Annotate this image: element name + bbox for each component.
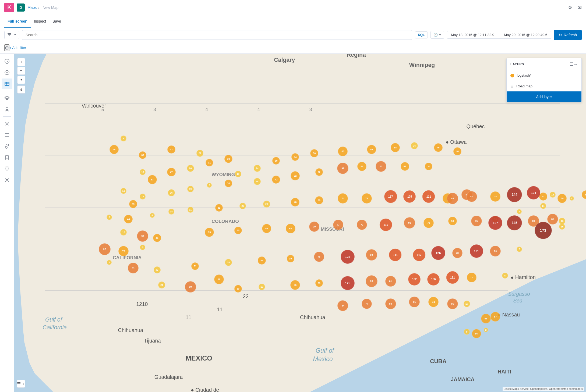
filter-icon (7, 33, 12, 37)
svg-rect-8 (5, 82, 9, 85)
tab-inspect[interactable]: Inspect (31, 15, 49, 28)
svg-text:11: 11 (186, 315, 191, 320)
app-logo: K (4, 3, 14, 12)
mail-icon[interactable]: ✉ (578, 5, 582, 10)
svg-point-7 (6, 72, 8, 73)
sidebar-item-heart[interactable] (2, 163, 12, 174)
add-layer-button[interactable]: Add layer (507, 91, 581, 102)
svg-line-5 (7, 61, 8, 62)
filter-bar: ⊖ + Add filter (0, 42, 586, 54)
main-layout: Calgary Regina Winnipeg WYOMING COLORADO… (0, 54, 586, 392)
clock-icon: 🕐 (433, 33, 438, 37)
map-area[interactable]: Calgary Regina Winnipeg WYOMING COLORADO… (14, 54, 586, 392)
road-map-grid-icon: ⊞ (510, 84, 514, 88)
tab-save[interactable]: Save (49, 15, 64, 28)
chevron-down-icon: ▼ (14, 33, 16, 36)
map-lasso-button[interactable]: ⊘ (17, 85, 25, 94)
svg-text:Regina: Regina (347, 54, 366, 58)
breadcrumb-current-page: New Map (43, 5, 58, 10)
sidebar-item-discover[interactable] (2, 67, 12, 78)
roadmap-layer-name: Road map (516, 84, 532, 88)
sidebar-item-settings2[interactable] (2, 175, 12, 186)
sidebar-divider-1 (3, 91, 11, 91)
top-nav-icons: ⚙ ✉ (568, 5, 582, 10)
svg-text:Chihuahua: Chihuahua (118, 327, 143, 333)
svg-text:CALIFORNIA: CALIFORNIA (113, 255, 142, 260)
refresh-label: Refresh (564, 33, 577, 37)
breadcrumb-maps-link[interactable]: Maps (27, 5, 37, 10)
svg-text:MEXICO: MEXICO (186, 354, 212, 362)
zoom-out-button[interactable]: − (17, 67, 25, 75)
svg-text:Sea: Sea (513, 298, 523, 304)
map-sidebar-icon (4, 81, 10, 87)
add-filter-button[interactable]: + Add filter (9, 46, 26, 50)
svg-point-9 (6, 108, 8, 110)
users-sidebar-icon (4, 107, 10, 112)
bookmark-sidebar-icon (4, 155, 10, 160)
time-range-selector[interactable]: May 18, 2015 @ 12:11:32.9 → May 20, 2015… (447, 31, 551, 39)
sidebar-divider-2 (3, 116, 11, 117)
svg-text:Guadalajara: Guadalajara (154, 374, 183, 380)
map-zoom-controls: + − (17, 58, 25, 75)
svg-text:Québec: Québec (466, 124, 485, 129)
svg-text:3: 3 (309, 107, 312, 112)
svg-point-10 (6, 123, 8, 124)
gear-sidebar-icon (4, 177, 10, 183)
sidebar-item-layers[interactable] (2, 93, 12, 104)
svg-text:Winnipeg: Winnipeg (409, 62, 435, 68)
svg-text:5: 5 (101, 107, 104, 112)
sidebar-item-users[interactable] (2, 104, 12, 115)
search-input[interactable] (22, 30, 412, 40)
svg-text:COLORADO: COLORADO (211, 219, 239, 224)
svg-text:3: 3 (153, 107, 156, 112)
svg-text:California: California (43, 324, 67, 331)
layers-menu-icon[interactable]: ☰→ (570, 62, 578, 67)
refresh-icon: ↻ (559, 33, 562, 37)
filter-toggle-button[interactable]: ⊖ (4, 44, 9, 51)
layer-item-roadmap[interactable]: ⊞ Road map (507, 81, 581, 91)
layers-header: LAYERS ☰→ (507, 58, 581, 70)
list-sidebar-icon (4, 132, 10, 138)
sidebar-item-link[interactable] (2, 141, 12, 152)
sidebar-item-map[interactable] (2, 79, 12, 89)
add-filter-label: + Add filter (9, 46, 26, 50)
sidebar-item-list[interactable] (2, 130, 12, 140)
sidebar-item-save2[interactable] (2, 152, 12, 163)
sidebar (0, 54, 14, 392)
sidebar-collapse-button[interactable]: ☰→ (17, 380, 25, 388)
settings-icon[interactable]: ⚙ (568, 5, 572, 10)
svg-rect-0 (8, 33, 11, 34)
sidebar-item-time[interactable] (2, 56, 12, 67)
time-to: May 20, 2015 @ 12:29:49.6 (504, 33, 547, 37)
map-orientation-button[interactable]: ✦ (17, 76, 25, 84)
svg-text:Mexico: Mexico (313, 355, 333, 362)
svg-text:Tijuana: Tijuana (144, 338, 161, 344)
time-from: May 18, 2015 @ 12:11:32.9 (451, 33, 494, 37)
zoom-in-button[interactable]: + (17, 58, 25, 66)
query-type-button[interactable]: ▼ (4, 31, 19, 39)
svg-text:● Ottawa: ● Ottawa (446, 139, 467, 145)
kql-badge[interactable]: KQL (415, 31, 428, 38)
svg-text:22: 22 (243, 294, 248, 299)
link-sidebar-icon (4, 144, 10, 149)
svg-text:4: 4 (205, 107, 208, 112)
svg-text:11: 11 (217, 307, 223, 312)
svg-rect-2 (9, 35, 10, 36)
svg-point-14 (6, 179, 8, 181)
top-navigation: K D Maps / New Map ⚙ ✉ (0, 0, 586, 15)
toolbar: ▼ KQL 🕐 ▼ May 18, 2015 @ 12:11:32.9 → Ma… (0, 28, 586, 42)
layers-title: LAYERS (510, 62, 524, 66)
time-picker-button[interactable]: 🕐 ▼ (430, 31, 444, 39)
breadcrumb-separator: / (38, 5, 39, 10)
layer-item-logstash[interactable]: logstash* (507, 70, 581, 81)
svg-text:MISSOURI: MISSOURI (321, 226, 344, 232)
layers-panel: LAYERS ☰→ logstash* ⊞ Road map Add layer (506, 58, 582, 102)
sidebar-item-settings[interactable] (2, 118, 12, 129)
refresh-button[interactable]: ↻ Refresh (554, 30, 582, 40)
svg-text:● Nassau: ● Nassau (497, 312, 520, 318)
layers-sidebar-icon (4, 95, 10, 101)
tab-fullscreen[interactable]: Full screen (4, 15, 31, 28)
svg-text:Chihuahua: Chihuahua (300, 315, 325, 320)
user-avatar[interactable]: D (17, 3, 25, 12)
filter-circle-icon: ⊖ (5, 45, 9, 51)
